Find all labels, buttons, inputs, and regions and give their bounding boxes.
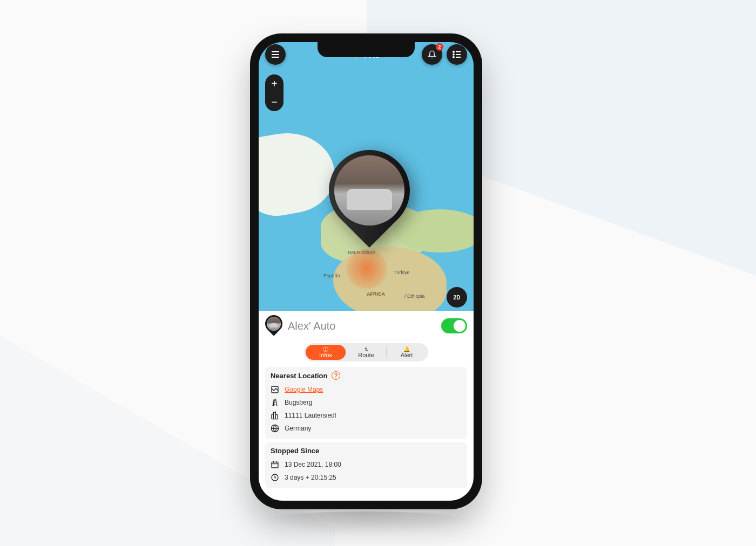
card-title: Nearest Location ? (271, 371, 462, 380)
svg-point-0 (453, 51, 454, 52)
tab-alert[interactable]: 🔔 Alert (387, 345, 427, 360)
stopped-since-card: Stopped Since 13 Dec 2021, 18:00 3 days … (265, 442, 467, 488)
stopped-date-row: 13 Dec 2021, 18:00 (271, 458, 462, 471)
list-button[interactable] (447, 44, 467, 65)
svg-point-1 (453, 54, 454, 55)
phone-frame: Deutschland España Türkiye AFRICA / Ethi… (250, 33, 482, 509)
tab-infos[interactable]: ⓘ Infos (306, 345, 346, 360)
screen: Deutschland España Türkiye AFRICA / Ethi… (259, 42, 474, 501)
country-row: Germany (271, 422, 462, 435)
device-name: Alex' Auto (288, 320, 436, 332)
phone-shadow (250, 511, 482, 536)
nearest-location-card: Nearest Location ? Google Maps Bugsberg … (265, 367, 467, 439)
map-icon (271, 385, 279, 394)
map-label: AFRICA (367, 291, 385, 297)
bell-icon (428, 50, 436, 59)
svg-rect-5 (272, 462, 278, 468)
street-row: Bugsberg (271, 396, 462, 409)
list-icon (453, 51, 461, 58)
device-row: Alex' Auto (259, 311, 474, 339)
device-pin[interactable] (329, 150, 410, 258)
clock-icon (271, 473, 279, 482)
device-mini-pin[interactable] (265, 315, 282, 337)
tab-bar: ⓘ Infos ↯ Route 🔔 Alert (304, 343, 428, 361)
tracking-toggle[interactable] (441, 318, 467, 333)
device-photo (334, 155, 404, 226)
city-row: 11111 Lautersiedl (271, 409, 462, 422)
globe-icon (271, 424, 279, 433)
phone-notch (318, 42, 415, 57)
zoom-out-button[interactable]: − (265, 93, 284, 111)
tab-route[interactable]: ↯ Route (346, 345, 386, 360)
alert-bell-icon: 🔔 (403, 347, 410, 352)
map-label: / Ethiopia (404, 294, 425, 299)
card-title: Stopped Since (271, 447, 462, 455)
view-mode-button[interactable]: 2D (447, 287, 467, 308)
notifications-button[interactable]: 2 (422, 44, 442, 65)
zoom-controls: + − (265, 74, 284, 111)
help-icon[interactable]: ? (332, 371, 340, 380)
info-icon: ⓘ (323, 347, 328, 352)
zoom-in-button[interactable]: + (265, 74, 284, 93)
map-view[interactable]: Deutschland España Türkiye AFRICA / Ethi… (259, 42, 474, 311)
menu-icon (271, 51, 280, 58)
info-panel: Alex' Auto ⓘ Infos ↯ Route 🔔 Alert (259, 311, 474, 501)
svg-point-2 (453, 57, 454, 58)
google-maps-link[interactable]: Google Maps (271, 383, 462, 396)
road-icon (271, 398, 279, 407)
map-label: Türkiye (394, 270, 410, 275)
calendar-icon (271, 460, 279, 469)
map-label: España (323, 273, 340, 278)
building-icon (271, 411, 279, 420)
stopped-duration-row: 3 days + 20:15:25 (271, 471, 462, 484)
menu-button[interactable] (265, 44, 286, 65)
notification-badge: 2 (436, 43, 443, 51)
route-icon: ↯ (364, 347, 368, 352)
